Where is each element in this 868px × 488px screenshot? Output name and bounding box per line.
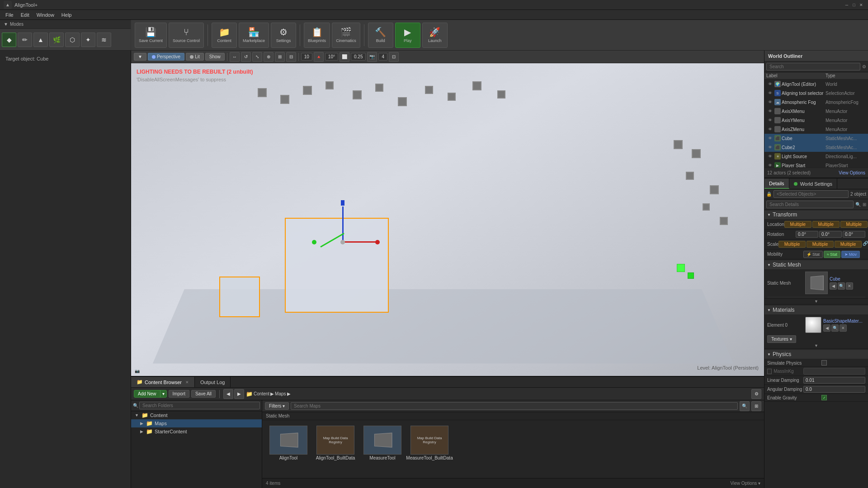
materials-section-header[interactable]: ▼ Materials [764, 305, 868, 315]
transform-section-header[interactable]: ▼ Transform [764, 210, 868, 220]
mode-mesh[interactable]: ✦ [81, 33, 95, 47]
mode-foliage[interactable]: 🌿 [49, 33, 64, 47]
window-controls[interactable]: ─ □ ✕ [844, 2, 864, 8]
linear-damping-input[interactable] [803, 377, 865, 384]
asset-search-btn[interactable]: 🔍 [740, 401, 750, 411]
location-y[interactable]: Multiple [812, 221, 840, 228]
wo-item-cube[interactable]: 👁 ⬛ Cube StaticMeshAc... [764, 134, 868, 143]
view-options-btn[interactable]: View Options ▾ [730, 481, 760, 486]
mesh-more-arrow[interactable]: ▼ [814, 299, 818, 304]
asset-view-options[interactable]: ⊞ [751, 401, 761, 411]
asset-aligntool-built[interactable]: Map Build Data Registry AlignTool_BuiltD… [313, 424, 358, 474]
main-cube[interactable] [285, 218, 389, 313]
wo-search-input[interactable] [766, 63, 860, 70]
small-cube[interactable] [219, 277, 260, 317]
cinematics-button[interactable]: 🎬 Cinematics [332, 23, 360, 48]
menu-window[interactable]: Window [33, 11, 58, 19]
mat-search[interactable]: 🔍 [831, 324, 839, 332]
mat-nav-back[interactable]: ◀ [823, 324, 830, 332]
location-x[interactable]: Multiple [784, 221, 811, 228]
world-settings-tab[interactable]: World Settings [789, 178, 837, 189]
masskg-checkbox[interactable] [767, 369, 772, 374]
mode-landscape[interactable]: ▲ [33, 33, 48, 47]
mode-paint[interactable]: ✏ [18, 33, 32, 47]
menu-file[interactable]: File [2, 11, 17, 19]
viewport[interactable]: LIGHTING NEEDS TO BE REBUILT (2 unbuilt)… [131, 63, 764, 376]
save-current-button[interactable]: 💾 Save Current [135, 23, 167, 48]
mat-clear[interactable]: ✕ [840, 324, 847, 332]
rotation-z[interactable] [843, 231, 865, 238]
launch-button[interactable]: 🚀 Launch [422, 23, 448, 48]
nav-forward[interactable]: ▶ [234, 389, 244, 399]
wo-view-options[interactable]: View Options [839, 170, 865, 175]
marketplace-button[interactable]: 🏪 Marketplace [239, 23, 269, 48]
wo-item-player[interactable]: 👁 ▶ Player Start PlayerStart [764, 161, 868, 168]
scale-x[interactable]: Multiple [778, 241, 806, 248]
import-button[interactable]: Import [169, 390, 189, 398]
asset-measuretool-built[interactable]: Map Build Data Registry MeasureTool_Buil… [407, 424, 452, 474]
wo-settings-btn[interactable]: ⚙ [862, 64, 866, 69]
folder-starter[interactable]: ▶ 📁 StarterContent [131, 427, 262, 436]
scale-snap[interactable]: ⬜ [340, 52, 349, 62]
mobility-static-1[interactable]: ⚡ Stat [803, 251, 823, 258]
textures-btn[interactable]: Textures ▾ [767, 335, 796, 343]
source-control-button[interactable]: ⑂ Source Control [169, 23, 204, 48]
maximize-button[interactable]: □ [851, 2, 857, 8]
folder-search-input[interactable] [139, 402, 260, 409]
filter-button[interactable]: Filters ▾ [265, 402, 289, 410]
details-search-input[interactable] [766, 201, 854, 208]
minimize-button[interactable]: ─ [844, 2, 850, 8]
wo-item-atmo-fog[interactable]: 👁 ☁ Atmospheric Fog AtmosphericFog [764, 98, 868, 107]
content-button[interactable]: 📁 Content [212, 23, 237, 48]
rotate-icon[interactable]: ↺ [241, 52, 251, 62]
content-browser-tab[interactable]: 📁 Content Browser ✕ [131, 377, 195, 387]
mode-geometry[interactable]: ⬡ [65, 33, 80, 47]
add-new-dropdown[interactable]: ▾ [160, 390, 166, 397]
camera-speed[interactable]: 📷 [367, 52, 377, 62]
details-tab[interactable]: Details [764, 178, 789, 189]
play-button[interactable]: ▶ Play [395, 23, 420, 48]
grid-toggle[interactable]: ⊟ [286, 52, 296, 62]
breadcrumb-content[interactable]: Content [254, 391, 269, 396]
lit-button[interactable]: Lit [186, 53, 204, 61]
folder-maps[interactable]: ▶ 📁 Maps [131, 419, 262, 427]
snap-angle[interactable]: 🔺 [314, 52, 324, 62]
scale-icon[interactable]: ⤡ [252, 52, 262, 62]
mode-select[interactable]: ◆ [2, 33, 16, 47]
cb-tab-close[interactable]: ✕ [185, 380, 189, 385]
details-grid-view[interactable]: ⊞ [863, 202, 866, 207]
translate-icon[interactable]: ↔ [230, 52, 240, 62]
asset-measuretool[interactable]: MeasureTool [360, 424, 405, 474]
mode-extra[interactable]: ≋ [97, 33, 111, 47]
scale-z[interactable]: Multiple [835, 241, 862, 248]
selected-obj-input[interactable] [774, 190, 849, 198]
wo-item-axisy[interactable]: 👁 AxisYMenu MenuActor [764, 116, 868, 125]
cb-settings[interactable]: ⚙ [751, 389, 761, 399]
wo-item-axisz[interactable]: 👁 AxisZMenu MenuActor [764, 125, 868, 134]
scale-lock[interactable]: 🔗 [863, 241, 868, 248]
mat-name[interactable]: BasicShapeMater... [823, 319, 865, 324]
simulate-checkbox[interactable] [821, 360, 827, 366]
mesh-nav-back[interactable]: ◀ [830, 282, 837, 290]
add-new-button[interactable]: Add New [134, 390, 160, 397]
show-button[interactable]: Show [205, 53, 225, 61]
mesh-value[interactable]: Cube [830, 277, 865, 282]
save-all-button[interactable]: Save All [191, 390, 216, 398]
output-log-tab[interactable]: Output Log [195, 377, 231, 387]
breadcrumb-maps[interactable]: Maps [275, 391, 286, 396]
vp-maximize[interactable]: ⊡ [389, 52, 399, 62]
menu-help[interactable]: Help [58, 11, 75, 19]
perspective-button[interactable]: Perspective [148, 53, 184, 61]
angular-damping-input[interactable] [803, 386, 865, 393]
perspective-dropdown[interactable]: ▼ [134, 53, 146, 61]
build-button[interactable]: 🔨 Build [368, 23, 393, 48]
wo-item-aligning-selector[interactable]: 👁 S Aligning tool selector SelectionActo… [764, 89, 868, 98]
world-icon[interactable]: ⊕ [264, 52, 274, 62]
wo-item-cube2[interactable]: 👁 ⬛ Cube2 StaticMeshAc... [764, 143, 868, 152]
rotation-y[interactable] [819, 231, 842, 238]
mat-more-arrow[interactable]: ▼ [814, 343, 818, 348]
rotation-x[interactable] [796, 231, 818, 238]
mesh-clear[interactable]: ✕ [846, 282, 853, 290]
surface-icon[interactable]: ⊞ [275, 52, 285, 62]
close-button[interactable]: ✕ [858, 2, 864, 8]
